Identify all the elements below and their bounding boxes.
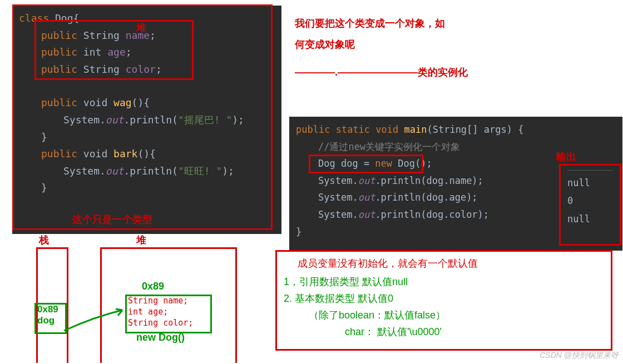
annotation-dash: ————.————————类的实例化 (295, 66, 468, 79)
annotation-q2: 何变成对象呢 (295, 38, 355, 51)
annotation-q1: 我们要把这个类变成一个对象，如 (295, 17, 445, 30)
heap-label-1: 堆 (136, 21, 146, 34)
defaults-l1: 1，引用数据类型 默认值null (284, 275, 408, 288)
defaults-title: 成员变量没有初始化，就会有一个默认值 (298, 257, 478, 270)
stack-label: 栈 (39, 233, 49, 247)
heap-f3: String color; (128, 318, 193, 328)
stack-addr: 0x89 (37, 304, 58, 315)
stack-dog: dog (37, 315, 55, 326)
defaults-l4: char： 默认值'\u0000' (345, 325, 442, 338)
new-dog-label: new Dog() (136, 332, 185, 343)
fields-box (34, 20, 194, 80)
new-dog-box (309, 154, 423, 173)
output-label: 输出 (556, 150, 576, 163)
heap-label-2: 堆 (136, 233, 146, 247)
heap-f2: int age; (128, 307, 168, 317)
defaults-l3: （除了boolean：默认值false） (309, 308, 446, 322)
just-type-label: 这个只是一个类型 (72, 213, 152, 226)
heap-f1: String name; (128, 296, 188, 306)
watermark: CSDN @快到锅里来呀 (540, 351, 619, 361)
defaults-l2: 2. 基本数据类型 默认值0 (284, 292, 393, 305)
output-box: null 0 null (559, 164, 621, 246)
arrow-icon (61, 306, 128, 339)
heap-addr: 0x89 (142, 281, 164, 292)
